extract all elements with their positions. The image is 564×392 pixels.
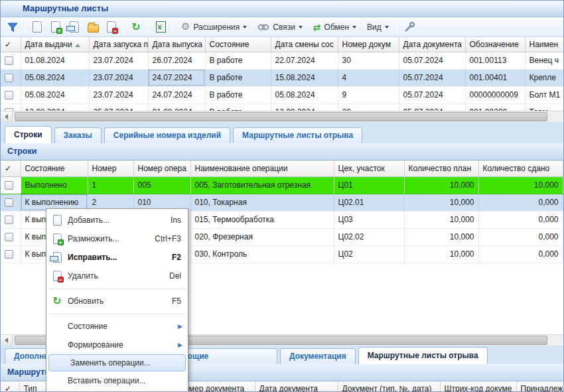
menu-item-delete[interactable]: − Удалить Del — [46, 267, 188, 285]
cell[interactable]: 10,000 — [478, 176, 563, 194]
cell[interactable]: Ц01 — [334, 176, 404, 194]
select-all-header[interactable]: ✓ — [1, 161, 21, 176]
column-header-op-name[interactable]: Наименование операции — [190, 161, 334, 176]
cell[interactable]: 05.08.2024 — [271, 86, 338, 103]
row-checkbox[interactable] — [5, 198, 13, 207]
column-header-launch-date[interactable]: Дата запуска п — [89, 37, 148, 52]
cell[interactable]: В работе — [205, 86, 271, 103]
column-header-doc-date[interactable]: Дата документа — [399, 37, 465, 52]
column-header-state-change-date[interactable]: Дата смены сос — [271, 37, 338, 52]
column-header-op-number[interactable]: Номер опера — [133, 161, 190, 176]
cell[interactable]: 10,000 — [404, 245, 478, 263]
cell[interactable]: 10,000 — [404, 228, 478, 245]
menu-item-replace-operations[interactable]: Заменить операции... — [48, 354, 186, 371]
delete-button[interactable]: − — [103, 19, 120, 35]
cell[interactable]: 24.07.2024 — [148, 86, 205, 103]
menu-item-duplicate[interactable]: + Размножить... Ctrl+F3 — [46, 229, 188, 248]
cell[interactable]: 0,000 — [478, 194, 563, 211]
exchange-menu-button[interactable]: ⇄ Обмен — [309, 19, 361, 35]
column-header-designation[interactable]: Обозначение — [465, 37, 525, 52]
table-row[interactable]: 05.08.202423.07.202424.07.2024В работе05… — [1, 86, 563, 103]
column-header-doc-full[interactable]: Документ (тип, №, дата) — [338, 381, 440, 392]
cell[interactable]: 26.07.2024 — [148, 52, 205, 69]
column-header-workshop[interactable]: Цех, участок — [334, 161, 404, 176]
tab-documentation[interactable]: Документация — [280, 348, 356, 364]
cell[interactable]: 00000000009 — [465, 86, 525, 103]
cell[interactable]: 005 — [133, 176, 190, 194]
cell[interactable]: 9 — [338, 86, 399, 103]
cell[interactable]: 15.08.2024 — [271, 69, 338, 86]
focused-cell[interactable]: 24.07.2024 — [148, 69, 205, 86]
select-all-header[interactable]: ✓ — [1, 37, 21, 52]
settings-button[interactable] — [401, 19, 418, 35]
refresh-button[interactable]: ↻ — [127, 19, 145, 35]
row-checkbox[interactable] — [5, 56, 13, 65]
cell[interactable]: 05.07.2024 — [399, 52, 465, 69]
tab-stroki[interactable]: Строки — [5, 126, 52, 143]
menu-item-refresh[interactable]: ↻ Обновить F5 — [46, 292, 188, 310]
tab-detach-sheets[interactable]: Маршрутные листы отрыва — [233, 127, 362, 143]
cell[interactable]: 30 — [338, 52, 399, 69]
cell[interactable]: 05.08.2024 — [21, 86, 89, 103]
add-button[interactable] — [29, 19, 46, 35]
scroll-left-button[interactable] — [1, 111, 13, 122]
table-row-selected[interactable]: 05.08.202423.07.202424.07.2024В работе15… — [1, 69, 563, 86]
cell[interactable]: 1 — [88, 176, 133, 194]
cell[interactable]: 001.00113 — [465, 52, 525, 69]
cell[interactable]: 015, Термообработка — [190, 211, 334, 228]
cell[interactable]: 05.07.2024 — [399, 69, 465, 86]
cell[interactable]: В работе — [205, 52, 271, 69]
row-checkbox[interactable] — [5, 181, 13, 190]
edit-button[interactable] — [66, 19, 83, 35]
cell[interactable]: Ц02.01 — [334, 194, 404, 211]
cell[interactable]: 020, Фрезерная — [190, 228, 334, 245]
open-button[interactable] — [84, 19, 102, 35]
column-header-state[interactable]: Состояние — [21, 161, 88, 176]
column-header-qty-done[interactable]: Количество сдано — [478, 161, 563, 176]
cell[interactable]: Крепле — [525, 69, 563, 86]
menu-item-state[interactable]: Состояние ▶ — [46, 317, 188, 336]
cell[interactable]: Болт М1 — [525, 86, 563, 103]
cell[interactable]: 0,000 — [478, 228, 563, 245]
cell[interactable]: Ц03 — [334, 211, 404, 228]
column-header-release-date[interactable]: Дата выпуска — [148, 37, 205, 52]
column-header-doc-date[interactable]: Дата документа — [255, 381, 338, 392]
tab-detach-sheets-bottom[interactable]: Маршрутные листы отрыва — [358, 347, 488, 364]
cell[interactable]: 23.07.2024 — [89, 86, 148, 103]
cell[interactable]: Выполнено — [21, 176, 88, 194]
menu-item-add[interactable]: Добавить... Ins — [46, 211, 188, 229]
scrollbar-thumb[interactable] — [15, 112, 547, 121]
column-header-qty-plan[interactable]: Количество план — [404, 161, 478, 176]
cell[interactable]: 4 — [338, 69, 399, 86]
cell[interactable]: В работе — [205, 69, 271, 86]
tab-serial-numbers[interactable]: Серийные номера изделий — [104, 127, 230, 143]
cell[interactable]: 10,000 — [404, 176, 478, 194]
cell[interactable]: 23.07.2024 — [89, 52, 148, 69]
row-checkbox[interactable] — [5, 74, 13, 82]
column-header-barcode[interactable]: Штрих-код докуме — [440, 381, 516, 392]
column-header-belonging[interactable]: Принадлеж — [516, 381, 563, 392]
row-checkbox[interactable] — [5, 91, 13, 99]
table-row-done[interactable]: Выполнено1005005, Заготовительная отрезн… — [1, 176, 563, 194]
row-checkbox[interactable] — [5, 216, 13, 224]
cell[interactable]: 10,000 — [404, 211, 478, 228]
view-menu-button[interactable]: Вид — [362, 19, 393, 35]
extensions-menu-button[interactable]: ⚙ Расширения — [176, 19, 251, 35]
duplicate-button[interactable]: + — [47, 19, 64, 35]
filter-button[interactable] — [4, 19, 21, 35]
cell[interactable]: 001.00401 — [465, 69, 525, 86]
column-header-number[interactable]: Номер — [88, 161, 133, 176]
scroll-left-button[interactable] — [1, 335, 13, 346]
column-header-state[interactable]: Состояние — [205, 37, 271, 52]
tab-zakazy[interactable]: Заказы — [54, 127, 102, 143]
export-excel-button[interactable] — [152, 19, 169, 35]
cell[interactable]: Ц02 — [334, 245, 404, 263]
cell[interactable]: 0,000 — [478, 245, 563, 263]
column-header-doc-number[interactable]: Номер докум — [338, 37, 399, 52]
cell[interactable]: 22.07.2024 — [271, 52, 338, 69]
cell[interactable]: 10,000 — [404, 194, 478, 211]
cell[interactable]: 01.08.2024 — [21, 52, 89, 69]
cell[interactable]: 05.07.2024 — [399, 86, 465, 103]
row-checkbox[interactable] — [5, 233, 13, 241]
links-menu-button[interactable]: Связи — [253, 19, 307, 35]
